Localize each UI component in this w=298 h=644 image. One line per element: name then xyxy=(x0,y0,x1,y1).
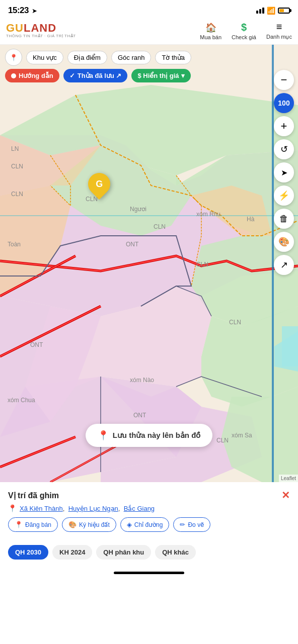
palette-icon: 🎨 xyxy=(278,236,289,247)
logo-area: GULAND THÔNG TIN THẬT · GIÁ TRỊ THẬT xyxy=(6,23,76,39)
location-button[interactable]: 📍 xyxy=(5,49,22,66)
leaflet-attribution: Leaflet xyxy=(279,475,298,482)
nav-item-danh-muc[interactable]: ≡ Danh mục xyxy=(266,21,292,40)
menu-icon: ≡ xyxy=(276,21,282,33)
check-icon: ✓ xyxy=(69,72,75,79)
zoom-value: 100 xyxy=(278,99,289,107)
dang-ban-button[interactable]: 📍 Đăng bán xyxy=(8,517,58,532)
ky-hieu-icon: 🎨 xyxy=(68,521,77,528)
nav-item-mua-ban[interactable]: 🏠 Mua bán xyxy=(200,22,221,40)
dia-diem-button[interactable]: Địa điểm xyxy=(67,51,107,64)
minus-icon: − xyxy=(281,73,287,86)
home-bar xyxy=(114,572,184,574)
goc-ranh-button[interactable]: Góc ranh xyxy=(111,51,151,64)
bottom-panel: Vị trí đã ghim ✕ 📍 Xã Kiên Thành, Huyện … xyxy=(0,482,298,541)
layers-icon: ⚡ xyxy=(278,190,289,201)
tab-kh-2024-label: KH 2024 xyxy=(59,548,85,556)
pin-outer: G xyxy=(84,168,115,200)
delete-button[interactable]: 🗑 xyxy=(274,209,294,229)
huong-dan-button[interactable]: Hướng dẫn xyxy=(5,69,59,82)
save-btn-label: Lưu thửa này lên bản đồ xyxy=(113,431,201,440)
bottom-tabs: QH 2030 KH 2024 QH phân khu QH khác xyxy=(0,541,298,568)
nav-label-mua-ban: Mua bán xyxy=(200,34,221,40)
nav-label-check-gia: Check giá xyxy=(232,34,256,40)
khu-vuc-label: Khu vực xyxy=(33,54,57,61)
map-svg xyxy=(0,45,298,482)
pin-g-letter: G xyxy=(96,179,103,190)
to-thua-button[interactable]: Tờ thửa xyxy=(155,51,191,64)
ky-hieu-dat-button[interactable]: 🎨 Ký hiệu đất xyxy=(62,517,116,532)
header-nav: GULAND THÔNG TIN THẬT · GIÁ TRỊ THẬT 🏠 M… xyxy=(0,19,298,45)
status-icons: 📶 xyxy=(256,7,290,15)
location-huyen[interactable]: Huyện Lục Ngạn xyxy=(68,505,118,512)
logo-subtitle: THÔNG TIN THẬT · GIÁ TRỊ THẬT xyxy=(6,34,76,39)
status-time: 15:23 xyxy=(8,6,29,16)
to-thua-label: Tờ thửa xyxy=(162,54,185,61)
nav-items: 🏠 Mua bán $ Check giá ≡ Danh mục xyxy=(200,21,292,40)
compass-icon: ➤ xyxy=(281,168,287,177)
location-info: 📍 Xã Kiên Thành, Huyện Lục Ngạn, Bắc Gia… xyxy=(8,504,290,512)
save-to-map-button[interactable]: 📍 Lưu thửa này lên bản đồ xyxy=(86,424,213,447)
tab-qh-phan-khu-label: QH phân khu xyxy=(103,548,144,556)
chi-duong-label: Chỉ đường xyxy=(134,521,163,528)
tab-qh-khac[interactable]: QH khác xyxy=(155,545,196,560)
location-icon: ➤ xyxy=(32,7,37,15)
location-text: Xã Kiên Thành, Huyện Lục Ngạn, Bắc Giang xyxy=(20,505,155,512)
ky-hieu-label: Ký hiệu đất xyxy=(79,521,110,528)
tab-qh-2030-label: QH 2030 xyxy=(15,548,41,556)
close-panel-button[interactable]: ✕ xyxy=(281,489,290,501)
dang-ban-label: Đăng bán xyxy=(25,521,51,528)
goc-ranh-label: Góc ranh xyxy=(118,54,144,61)
location-tinh[interactable]: Bắc Giang xyxy=(124,505,155,512)
navigate-button[interactable]: ➤ xyxy=(274,162,294,182)
zoom-counter: 100 xyxy=(274,93,294,113)
save-pin-icon: 📍 xyxy=(98,430,109,441)
map-action-bar: 📍 Lưu thửa này lên bản đồ xyxy=(0,424,298,447)
layers-button[interactable]: ⚡ xyxy=(274,186,294,206)
zoom-in-button[interactable]: + xyxy=(274,116,294,136)
filter-row: 📍 Khu vực Địa điểm Góc ranh Tờ thửa xyxy=(5,49,293,66)
share-icon: ↗ xyxy=(280,259,288,270)
dia-diem-label: Địa điểm xyxy=(74,54,101,61)
zoom-out-button[interactable]: − xyxy=(274,70,294,90)
palette-button[interactable]: 🎨 xyxy=(274,232,294,252)
signal-icon xyxy=(256,8,264,14)
khu-vuc-button[interactable]: Khu vực xyxy=(26,51,63,64)
home-icon: 🏠 xyxy=(205,22,216,33)
thua-luu-label: Thửa đã lưu ↗ xyxy=(78,72,122,79)
tab-qh-khac-label: QH khác xyxy=(162,548,189,556)
tab-qh-2030[interactable]: QH 2030 xyxy=(8,545,48,560)
huong-dan-label: Hướng dẫn xyxy=(19,72,53,79)
plus-icon: + xyxy=(281,120,287,133)
dollar-icon: $ xyxy=(241,22,247,33)
tab-kh-2024[interactable]: KH 2024 xyxy=(52,545,92,560)
thua-da-luu-button[interactable]: ✓ Thửa đã lưu ↗ xyxy=(63,69,128,82)
logo-text: GULAND xyxy=(6,23,76,34)
hien-thi-label: $ Hiển thị giá xyxy=(137,72,179,79)
trash-icon: 🗑 xyxy=(279,214,288,224)
do-ve-icon: ✏ xyxy=(180,521,185,528)
hien-thi-gia-button[interactable]: $ Hiển thị giá ▾ xyxy=(131,69,190,82)
panel-header: Vị trí đã ghim ✕ xyxy=(8,489,290,501)
share-button[interactable]: ↗ xyxy=(274,255,294,275)
refresh-icon: ↺ xyxy=(280,144,288,155)
wifi-icon: 📶 xyxy=(267,7,275,15)
action-buttons: 📍 Đăng bán 🎨 Ký hiệu đất ◈ Chỉ đường ✏ Đ… xyxy=(8,517,290,532)
refresh-button[interactable]: ↺ xyxy=(274,139,294,159)
overlay-controls-row: Hướng dẫn ✓ Thửa đã lưu ↗ $ Hiển thị giá… xyxy=(5,69,293,82)
record-icon xyxy=(11,73,16,78)
location-xa[interactable]: Xã Kiên Thành xyxy=(20,505,63,512)
dang-ban-icon: 📍 xyxy=(15,521,23,528)
do-ve-button[interactable]: ✏ Đo vẽ xyxy=(173,517,210,532)
tab-qh-phan-khu[interactable]: QH phân khu xyxy=(96,545,151,560)
chi-duong-button[interactable]: ◈ Chỉ đường xyxy=(120,517,170,532)
map-container[interactable]: CLN LN CLN Toàn CLN Ngươi xóm Rhu Hà CLN… xyxy=(0,45,298,482)
map-toolbar: − 100 + ↺ ➤ ⚡ 🗑 🎨 ↗ xyxy=(274,70,294,275)
location-pin-icon: 📍 xyxy=(8,504,17,512)
map-top-controls: 📍 Khu vực Địa điểm Góc ranh Tờ thửa Hướn… xyxy=(0,49,298,82)
nav-label-danh-muc: Danh mục xyxy=(266,34,292,40)
map-pin: G xyxy=(88,173,110,195)
nav-item-check-gia[interactable]: $ Check giá xyxy=(232,22,256,40)
do-ve-label: Đo vẽ xyxy=(188,521,204,528)
home-indicator xyxy=(0,568,298,576)
